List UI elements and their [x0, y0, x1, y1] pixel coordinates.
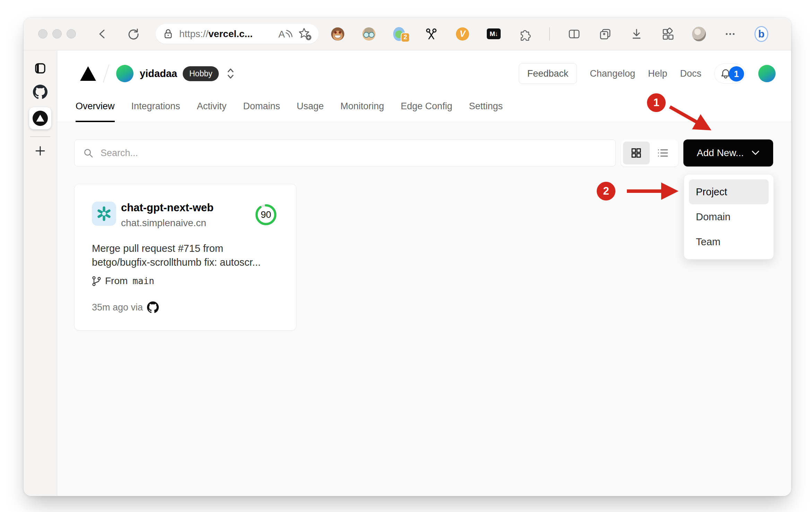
sidebar-pane-toggle[interactable]	[31, 59, 49, 77]
annotation-step-2: 2	[597, 182, 615, 200]
zoom-window-button[interactable]	[67, 29, 76, 39]
tab-usage[interactable]: Usage	[297, 101, 324, 122]
branch-row: From main	[91, 275, 154, 287]
download-icon	[630, 27, 643, 41]
deployment-time: 35m ago via	[92, 302, 143, 313]
notification-count-badge: 1	[729, 66, 744, 82]
extensions-menu-button[interactable]	[518, 27, 532, 41]
collections-button[interactable]	[598, 27, 612, 41]
scissors-icon	[424, 27, 438, 41]
view-toggle	[621, 139, 678, 167]
project-nav-tabs: Overview Integrations Activity Domains U…	[76, 101, 503, 122]
svg-text:A: A	[278, 29, 285, 40]
feedback-button[interactable]: Feedback	[519, 63, 577, 84]
split-screen-icon	[567, 27, 581, 41]
tab-settings[interactable]: Settings	[469, 101, 503, 122]
list-view-button[interactable]	[650, 142, 676, 164]
browser-toolbar: https://vercel.c... A 2 V	[24, 17, 791, 50]
extension-count-badge: 2	[401, 33, 410, 42]
branch-name: main	[132, 276, 154, 286]
tab-overview[interactable]: Overview	[76, 101, 115, 122]
add-new-button[interactable]: Add New...	[683, 139, 773, 167]
tab-monitoring[interactable]: Monitoring	[340, 101, 384, 122]
search-icon	[83, 147, 94, 159]
back-button[interactable]	[95, 26, 110, 42]
changelog-link[interactable]: Changelog	[590, 68, 635, 79]
menu-item-project[interactable]: Project	[689, 179, 769, 204]
help-link[interactable]: Help	[648, 68, 667, 79]
chevron-down-icon	[751, 150, 760, 156]
refresh-icon	[127, 27, 140, 41]
user-avatar[interactable]	[758, 65, 776, 82]
panel-icon	[34, 62, 46, 75]
score-ring: 90	[254, 203, 277, 226]
v-extension-icon[interactable]: V	[456, 27, 469, 41]
apps-button[interactable]	[661, 27, 675, 41]
plus-icon	[34, 145, 46, 157]
new-tab-button[interactable]	[31, 142, 49, 160]
sidebar-divider	[30, 136, 50, 137]
read-aloud-icon[interactable]: A	[278, 28, 293, 40]
favorite-star-icon[interactable]	[298, 27, 312, 41]
session-extension-icon[interactable]: 2	[393, 27, 407, 41]
extensions-row: 2 V M↓	[331, 17, 768, 50]
more-menu-button[interactable]	[723, 27, 737, 41]
github-icon	[33, 85, 47, 99]
menu-item-domain[interactable]: Domain	[689, 204, 769, 229]
address-bar[interactable]: https://vercel.c... A	[156, 24, 319, 44]
project-card[interactable]: chat-gpt-next-web chat.simplenaive.cn 90…	[74, 184, 296, 331]
project-name: chat-gpt-next-web	[121, 202, 214, 214]
grid-view-icon	[631, 147, 642, 159]
toolbar-divider	[549, 27, 550, 41]
apps-grid-icon	[661, 27, 675, 41]
tab-edge-config[interactable]: Edge Config	[401, 101, 452, 122]
browser-profile-avatar[interactable]	[692, 27, 706, 41]
url-host: vercel.c...	[208, 28, 253, 39]
vercel-favicon	[32, 110, 48, 126]
header-actions: Feedback Changelog Help Docs 1	[519, 50, 776, 97]
tab-domains[interactable]: Domains	[243, 101, 280, 122]
browser-window: https://vercel.c... A 2 V	[24, 17, 791, 496]
notifications-button[interactable]: 1	[714, 63, 745, 84]
brand-row: yidadaa Hobby	[80, 50, 237, 97]
search-box[interactable]	[74, 139, 616, 167]
lock-icon	[163, 28, 174, 40]
search-input[interactable]	[101, 148, 607, 159]
url-scheme: https://	[179, 28, 208, 39]
tab-integrations[interactable]: Integrations	[131, 101, 180, 122]
markdown-extension-icon[interactable]: M↓	[487, 27, 501, 41]
ellipsis-icon	[724, 28, 736, 40]
up-down-chevrons-icon	[226, 68, 235, 79]
commit-message: Merge pull request #715 from betgo/bugfi…	[92, 241, 277, 269]
downloads-button[interactable]	[630, 27, 643, 41]
menu-item-team[interactable]: Team	[689, 229, 769, 254]
avatar-extension-icon[interactable]	[362, 27, 376, 41]
close-window-button[interactable]	[38, 29, 47, 39]
page-header: yidadaa Hobby Feedback Changelog Help Do…	[57, 50, 791, 122]
window-controls	[38, 29, 76, 39]
vercel-logo[interactable]	[80, 66, 96, 81]
team-avatar[interactable]	[116, 65, 133, 82]
split-screen-button[interactable]	[567, 27, 581, 41]
clipper-extension-icon[interactable]	[424, 27, 438, 41]
tab-vercel-active[interactable]	[29, 107, 51, 129]
collections-icon	[598, 27, 612, 41]
team-name[interactable]: yidadaa	[140, 68, 177, 79]
puzzle-icon	[518, 27, 532, 41]
project-favicon	[92, 202, 116, 226]
tab-github[interactable]	[31, 83, 49, 101]
tab-activity[interactable]: Activity	[197, 101, 227, 122]
vercel-dashboard: yidadaa Hobby Feedback Changelog Help Do…	[57, 50, 791, 496]
url-text: https://vercel.c...	[179, 28, 278, 40]
team-switcher-button[interactable]	[224, 65, 237, 82]
tampermonkey-extension-icon[interactable]	[331, 27, 345, 41]
vertical-tabs-sidebar	[24, 50, 57, 496]
minimize-window-button[interactable]	[52, 29, 62, 39]
bing-chat-button[interactable]: b	[754, 27, 768, 41]
refresh-button[interactable]	[126, 26, 141, 42]
score-value: 90	[254, 203, 277, 226]
grid-view-button[interactable]	[623, 142, 650, 164]
breadcrumb-slash	[103, 65, 110, 83]
docs-link[interactable]: Docs	[680, 68, 701, 79]
project-domain[interactable]: chat.simplenaive.cn	[121, 217, 206, 229]
